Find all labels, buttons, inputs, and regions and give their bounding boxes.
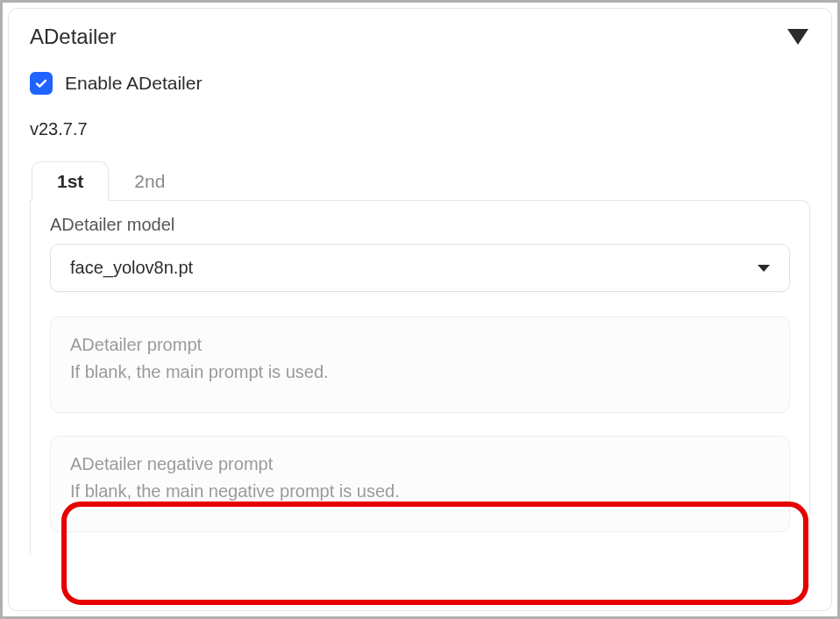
model-select[interactable]: face_yolov8n.pt xyxy=(50,244,790,292)
tab-content: ADetailer model face_yolov8n.pt xyxy=(30,200,810,555)
prompt-input[interactable] xyxy=(50,317,790,413)
checkmark-icon xyxy=(34,76,48,90)
window-frame: ADetailer Enable ADetailer v23.7.7 1st 2… xyxy=(0,0,840,619)
version-text: v23.7.7 xyxy=(30,119,810,139)
negative-prompt-input[interactable] xyxy=(50,436,790,532)
model-label: ADetailer model xyxy=(50,215,790,235)
tabs-row: 1st 2nd xyxy=(32,160,810,200)
chevron-down-icon xyxy=(758,265,770,272)
tab-2nd[interactable]: 2nd xyxy=(109,161,190,201)
collapse-down-icon[interactable] xyxy=(787,29,808,45)
enable-checkbox[interactable] xyxy=(30,72,53,95)
enable-row: Enable ADetailer xyxy=(30,72,810,95)
model-select-value: face_yolov8n.pt xyxy=(70,258,193,278)
tab-1st[interactable]: 1st xyxy=(32,161,109,201)
adetailer-panel: ADetailer Enable ADetailer v23.7.7 1st 2… xyxy=(8,8,832,611)
panel-title: ADetailer xyxy=(30,25,117,49)
panel-header[interactable]: ADetailer xyxy=(30,25,810,49)
enable-label: Enable ADetailer xyxy=(65,73,202,94)
